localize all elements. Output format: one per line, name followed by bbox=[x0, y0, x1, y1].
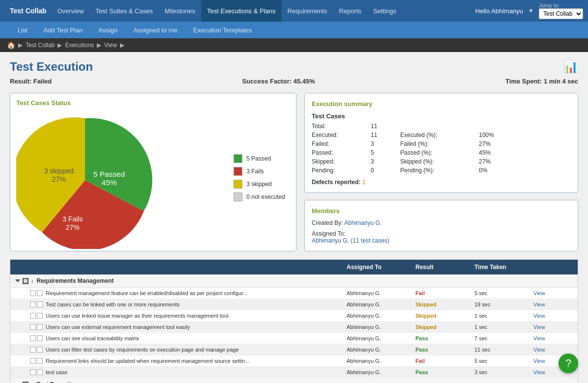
subnav-assign[interactable]: Assign bbox=[90, 22, 125, 38]
subnav-execution-templates[interactable]: Execution Templates bbox=[185, 22, 260, 38]
pie-label-skipped: 3 skipped bbox=[44, 167, 74, 175]
export-icon[interactable]: 📊 bbox=[563, 60, 578, 74]
created-by-link[interactable]: Abhimanyu G. bbox=[344, 219, 382, 226]
two-col-section: Test Cases Status 5 Passed 45% 3 bbox=[10, 93, 578, 251]
pie-svg: 5 Passed 45% 3 Fails 27% 3 skipped 27% bbox=[16, 111, 154, 249]
table-row: Test cases can be linked with one or mor… bbox=[10, 299, 578, 310]
nav-overview[interactable]: Overview bbox=[51, 0, 89, 22]
row-view-link[interactable]: View bbox=[533, 324, 573, 330]
row-view-link[interactable]: View bbox=[533, 335, 573, 341]
nav-settings[interactable]: Settings bbox=[367, 0, 402, 22]
row-assigned: Abhimanyu G. bbox=[347, 313, 415, 319]
breadcrumb-view[interactable]: View bbox=[104, 42, 117, 49]
legend-color-fails bbox=[234, 167, 242, 176]
row-time: 1 sec bbox=[474, 313, 533, 319]
row-assigned: Abhimanyu G. bbox=[347, 335, 415, 341]
main-nav-links: Overview Test Suites & Cases Milestones … bbox=[51, 0, 475, 22]
assigned-to-link[interactable]: Abhimanyu G. (11 test cases) bbox=[312, 237, 389, 244]
row-time: 5 sec bbox=[474, 358, 533, 364]
legend-label-skipped: 3 skipped bbox=[246, 181, 271, 188]
checkbox-pair bbox=[30, 358, 43, 364]
value2-passed: 45% bbox=[479, 149, 508, 156]
row-test-name: Users can use linked issue manager as th… bbox=[46, 313, 229, 319]
row-test-name: Test cases can be linked with one or mor… bbox=[46, 301, 179, 307]
collapse-icon-requirements[interactable] bbox=[15, 279, 20, 282]
checkbox1[interactable] bbox=[30, 335, 36, 341]
page-title: Test Execution bbox=[10, 60, 93, 74]
pie-label-passed: 5 Passed bbox=[93, 170, 125, 178]
legend-list: 5 Passed 3 Fails 3 skipped 0 not execute… bbox=[229, 149, 290, 206]
group-controls-test-execution: 🔲 ↕ bbox=[15, 382, 34, 383]
row-time: 3 sec bbox=[474, 369, 533, 375]
checkbox2[interactable] bbox=[37, 290, 43, 296]
value2-pending: 0% bbox=[479, 167, 508, 174]
checkbox1[interactable] bbox=[30, 369, 36, 375]
label-executed: Executed: bbox=[312, 132, 371, 138]
table-row: test case Abhimanyu G. Pass 3 sec View bbox=[10, 367, 578, 378]
checkbox1[interactable] bbox=[30, 324, 36, 330]
checkbox1[interactable] bbox=[30, 290, 36, 296]
created-by-row: Created By: Abhimanyu G. bbox=[312, 219, 571, 226]
checkbox2[interactable] bbox=[37, 335, 43, 341]
checkbox1[interactable] bbox=[30, 313, 36, 319]
row-view-link[interactable]: View bbox=[533, 313, 573, 319]
table-row: Requirement management feature can be en… bbox=[10, 288, 578, 299]
checkbox-pair bbox=[30, 313, 43, 319]
row-test-name: Requirement links should be updated when… bbox=[46, 358, 250, 364]
success-value: 45.45% bbox=[294, 78, 315, 85]
result-row: Result: Failed Success Factor: 45.45% Ti… bbox=[10, 78, 578, 85]
subnav-list[interactable]: List bbox=[10, 22, 35, 38]
pie-label-fails-pct: 27% bbox=[66, 223, 80, 231]
user-dropdown-icon[interactable]: ▼ bbox=[528, 7, 534, 14]
time-spent: Time Spent: 1 min 4 sec bbox=[505, 78, 578, 85]
nav-requirements[interactable]: Requirements bbox=[282, 0, 333, 22]
row-result: Skipped bbox=[415, 313, 474, 319]
value2-executed: 100% bbox=[479, 132, 508, 138]
jump-to-select[interactable]: Test Collab bbox=[539, 8, 583, 19]
table-row: Requirement links should be updated when… bbox=[10, 356, 578, 367]
nav-milestones[interactable]: Milestones bbox=[159, 0, 201, 22]
breadcrumb-executions[interactable]: Executions bbox=[65, 42, 94, 49]
nav-reports[interactable]: Reports bbox=[333, 0, 367, 22]
top-navigation: Test Collab Overview Test Suites & Cases… bbox=[0, 0, 588, 22]
value-failed: 3 bbox=[371, 140, 400, 147]
subnav-add-test-plan[interactable]: Add Test Plan bbox=[35, 22, 90, 38]
checkbox1[interactable] bbox=[30, 347, 36, 353]
checkbox2[interactable] bbox=[37, 358, 43, 364]
row-view-link[interactable]: View bbox=[533, 347, 573, 353]
fab-button[interactable]: ? bbox=[559, 354, 578, 373]
execution-summary-panel: Execution summary Test Cases Total: 11 E… bbox=[304, 93, 578, 193]
breadcrumb-test-collab[interactable]: Test Collab bbox=[26, 42, 55, 49]
nav-test-suites[interactable]: Test Suites & Cases bbox=[90, 0, 159, 22]
row-view-link[interactable]: View bbox=[533, 301, 573, 307]
group-icon-2a: 🔲 bbox=[22, 382, 29, 383]
row-view-link[interactable]: View bbox=[533, 290, 573, 296]
legend-color-not-executed bbox=[234, 192, 242, 201]
pie-label-passed-pct: 45% bbox=[102, 178, 117, 187]
value2-failed: 27% bbox=[479, 140, 508, 147]
checkbox2[interactable] bbox=[37, 301, 43, 307]
row-assigned: Abhimanyu G. bbox=[347, 324, 415, 330]
success-factor: Success Factor: 45.45% bbox=[242, 78, 315, 85]
row-time: 11 sec bbox=[474, 347, 533, 353]
checkbox2[interactable] bbox=[37, 347, 43, 353]
legend-label-passed: 5 Passed bbox=[246, 155, 271, 162]
home-icon[interactable]: 🏠 bbox=[7, 41, 15, 49]
checkbox2[interactable] bbox=[37, 313, 43, 319]
time-label: Time Spent: bbox=[505, 78, 542, 85]
checkbox2[interactable] bbox=[37, 369, 43, 375]
row-assigned: Abhimanyu G. bbox=[347, 290, 415, 296]
checkbox1[interactable] bbox=[30, 358, 36, 364]
label-total: Total: bbox=[312, 123, 371, 130]
exec-summary-box: Execution summary Test Cases Total: 11 E… bbox=[304, 93, 578, 251]
nav-test-executions[interactable]: Test Executions & Plans bbox=[201, 0, 281, 22]
col-name bbox=[15, 264, 347, 271]
success-label: Success Factor: bbox=[242, 78, 292, 85]
checkbox2[interactable] bbox=[37, 324, 43, 330]
row-name-cell: Users can filter test cases by requireme… bbox=[15, 347, 347, 353]
checkbox1[interactable] bbox=[30, 301, 36, 307]
subnav-assigned-to-me[interactable]: Assigned to me bbox=[125, 22, 185, 38]
jump-to-section: Jump to: Test Collab bbox=[539, 2, 583, 19]
col-assigned-to: Assigned To bbox=[347, 264, 415, 271]
status-box-title: Test Cases Status bbox=[16, 99, 290, 107]
